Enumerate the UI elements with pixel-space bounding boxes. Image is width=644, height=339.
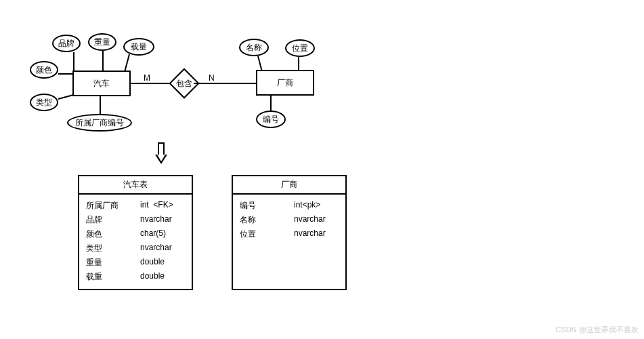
table-manufacturer-title: 厂商 (233, 176, 345, 195)
cell: 编号 (240, 200, 280, 212)
cell: nvarchar (127, 243, 185, 254)
cell: 重量 (86, 257, 127, 268)
table-manufacturer: 厂商 编号 int<pk> 名称 nvarchar 位置 nvarchar (232, 175, 347, 290)
cell: 品牌 (86, 214, 127, 226)
entity-car-label: 汽车 (93, 78, 110, 89)
entity-manufacturer: 厂商 (256, 70, 314, 96)
cell: 名称 (240, 214, 280, 226)
connector (58, 94, 74, 100)
table-row: 颜色 char(5) (86, 227, 185, 241)
cell: char(5) (127, 228, 185, 240)
table-car-title: 汽车表 (79, 176, 192, 195)
attr-capacity: 载量 (123, 38, 154, 56)
connector (270, 96, 272, 111)
connector (100, 96, 101, 114)
attr-name-label: 名称 (246, 42, 262, 54)
table-row: 所属厂商 int <FK> (86, 199, 185, 213)
attr-manufacturer-fk-label: 所属厂商编号 (75, 117, 124, 129)
connector (102, 51, 104, 71)
connector (257, 56, 263, 71)
attr-color: 颜色 (30, 61, 58, 79)
attr-name: 名称 (239, 39, 269, 56)
table-car: 汽车表 所属厂商 int <FK> 品牌 nvarchar 颜色 char(5)… (78, 175, 193, 290)
connector (125, 54, 130, 71)
cell: 位置 (240, 228, 280, 240)
cell: double (127, 257, 185, 268)
connector (298, 57, 299, 71)
connector (58, 73, 72, 75)
attr-color-label: 颜色 (36, 64, 52, 76)
attr-brand: 品牌 (52, 35, 81, 52)
table-row: 位置 nvarchar (240, 227, 339, 241)
cell: 颜色 (86, 228, 127, 240)
cell: nvarchar (280, 214, 339, 226)
attr-location-label: 位置 (292, 43, 308, 54)
relationship-label: 包含 (176, 78, 192, 89)
table-manufacturer-body: 编号 int<pk> 名称 nvarchar 位置 nvarchar (233, 195, 345, 245)
attr-id-label: 编号 (263, 114, 279, 125)
cardinality-right: N (209, 73, 215, 83)
attr-type: 类型 (30, 94, 58, 111)
table-row: 载重 double (86, 270, 185, 284)
attr-type-label: 类型 (36, 97, 52, 108)
cardinality-left: M (144, 73, 150, 83)
table-row: 类型 nvarchar (86, 241, 185, 256)
table-car-body: 所属厂商 int <FK> 品牌 nvarchar 颜色 char(5) 类型 … (79, 195, 192, 288)
connector (194, 83, 256, 84)
table-row: 编号 int<pk> (240, 199, 339, 213)
attr-id: 编号 (256, 111, 286, 128)
cell: int<pk> (280, 200, 339, 212)
cell: nvarchar (127, 214, 185, 226)
cell: 所属厂商 (86, 200, 127, 212)
table-row: 品牌 nvarchar (86, 213, 185, 227)
attr-manufacturer-fk: 所属厂商编号 (67, 114, 132, 132)
connector (73, 52, 74, 71)
cell: 载重 (86, 271, 127, 283)
cell: double (127, 271, 185, 283)
entity-car: 汽车 (72, 71, 131, 96)
attr-capacity-label: 载量 (131, 41, 147, 53)
arrow-down-icon (155, 142, 165, 164)
cell: nvarchar (280, 228, 339, 240)
attr-weight: 重量 (88, 33, 116, 51)
entity-manufacturer-label: 厂商 (277, 77, 293, 89)
cell: 类型 (86, 243, 127, 254)
attr-location: 位置 (285, 39, 315, 57)
table-row: 名称 nvarchar (240, 213, 339, 227)
attr-brand-label: 品牌 (58, 38, 74, 49)
watermark: CSDN @这世界我不喜欢 (556, 325, 639, 335)
attr-weight-label: 重量 (94, 37, 110, 48)
diagram-canvas: 汽车 品牌 重量 载量 颜色 类型 所属厂商编号 M 包含 N 厂商 名称 位置 (0, 0, 644, 339)
table-row: 重量 double (86, 256, 185, 270)
cell: int <FK> (127, 200, 185, 212)
